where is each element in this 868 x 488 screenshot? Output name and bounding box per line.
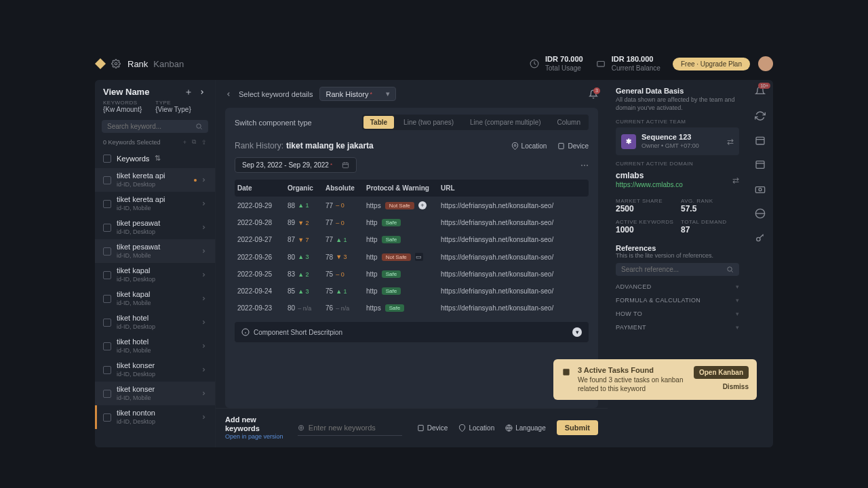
view-chip[interactable]: Line (two panes)	[397, 116, 460, 129]
keyword-checkbox[interactable]	[103, 200, 111, 208]
export-icon[interactable]: ⇪	[201, 139, 207, 146]
view-chip[interactable]: Line (compare multiple)	[463, 116, 548, 129]
svg-rect-17	[563, 369, 569, 375]
team-label: CURRENT ACTIVE TEAM	[616, 119, 739, 125]
keyword-item[interactable]: tiket hotelid-ID, Desktop	[95, 310, 215, 334]
info-icon	[241, 328, 250, 336]
keyword-checkbox[interactable]	[103, 176, 111, 184]
rank-history-dropdown[interactable]: Rank History* ▾	[319, 87, 395, 101]
svg-rect-12	[756, 161, 764, 169]
next-view-icon[interactable]	[197, 87, 207, 97]
kw-amount-label: KEYWORDS	[103, 100, 142, 106]
chevron-right-icon	[201, 201, 207, 207]
stat-item: AVG. RANK57.5	[681, 198, 739, 214]
keyword-item[interactable]: tiket konserid-ID, Desktop	[95, 358, 215, 382]
svg-point-4	[514, 144, 516, 146]
logo-icon	[95, 58, 106, 69]
location-option[interactable]: Location	[458, 424, 494, 432]
rail-calendar-icon[interactable]	[754, 134, 766, 146]
reference-item[interactable]: FORMULA & CALCULATION▾	[616, 293, 739, 307]
keyword-checkbox[interactable]	[103, 390, 111, 398]
search-icon	[195, 123, 203, 130]
rail-bell-icon[interactable]: 10+	[754, 85, 766, 98]
keyword-search[interactable]	[102, 120, 208, 133]
gear-icon[interactable]	[111, 59, 121, 68]
svg-rect-13	[755, 187, 764, 193]
keyword-checkbox[interactable]	[103, 247, 111, 256]
keyword-item[interactable]: tiket nontonid-ID, Desktop	[95, 405, 215, 429]
new-keyword-input[interactable]	[309, 424, 402, 432]
language-option[interactable]: Language	[505, 424, 546, 432]
device-option[interactable]: Device	[417, 424, 448, 432]
swap-icon[interactable]: ⇄	[727, 137, 734, 146]
plus-icon: ⊕	[298, 423, 304, 432]
keyword-checkbox[interactable]	[103, 319, 111, 327]
reference-item[interactable]: HOW TO▾	[616, 307, 739, 321]
rail-key-icon[interactable]	[754, 232, 766, 244]
add-keywords-link[interactable]: Open in page version	[225, 433, 284, 441]
reference-item[interactable]: ADVANCED▾	[616, 280, 739, 293]
keyword-checkbox[interactable]	[103, 295, 111, 303]
reference-search-input[interactable]	[621, 266, 726, 273]
domain-label: CURRENT ACTIVE DOMAIN	[616, 161, 739, 167]
swap-domain-icon[interactable]: ⇄	[732, 176, 739, 185]
domain-name: cmlabs	[616, 171, 683, 181]
notification-bell-icon[interactable]: 3	[589, 89, 598, 99]
location-button[interactable]: Location	[511, 142, 547, 150]
view-chip[interactable]: Column	[551, 116, 587, 129]
keyword-item[interactable]: tiket kereta apiid-ID, Mobile	[95, 192, 215, 216]
keyword-checkbox[interactable]	[103, 366, 111, 374]
sort-icon[interactable]: ⇅	[155, 154, 161, 163]
clipboard-icon[interactable]: ▭	[415, 253, 423, 261]
nav-rank[interactable]: Rank	[127, 59, 148, 69]
chevron-down-icon: ▾	[736, 297, 739, 304]
keyword-item[interactable]: tiket kapalid-ID, Mobile	[95, 287, 215, 310]
team-card[interactable]: ✱ Sequence 123 Owner • GMT +07:00 ⇄	[616, 127, 739, 155]
back-icon[interactable]	[225, 91, 232, 98]
keyword-item[interactable]: tiket kapalid-ID, Desktop	[95, 263, 215, 287]
view-chip[interactable]: Table	[363, 116, 394, 129]
keyword-item[interactable]: tiket pesawatid-ID, Mobile	[95, 239, 215, 263]
table-row: 2022-09-26 80▲ 3 78▼ 3 httpNot Safe▭ htt…	[235, 248, 589, 266]
chevron-right-icon	[201, 272, 207, 278]
upgrade-button[interactable]: Free · Upgrade Plan	[673, 58, 750, 70]
keyword-item[interactable]: tiket pesawatid-ID, Desktop	[95, 216, 215, 239]
status-dot	[194, 179, 197, 182]
keyword-checkbox[interactable]	[103, 413, 111, 422]
rail-window-icon[interactable]	[754, 159, 766, 171]
panel-title-value: tiket malang ke jakarta	[286, 141, 374, 150]
keyword-checkbox[interactable]	[103, 224, 111, 232]
expand-icon[interactable]: ▾	[572, 327, 582, 337]
domain-card[interactable]: cmlabs https://www.cmlabs.co ⇄	[616, 169, 739, 191]
more-icon[interactable]: ⋯	[580, 161, 589, 170]
keyword-item[interactable]: tiket hotelid-ID, Mobile	[95, 334, 215, 358]
reference-search[interactable]	[616, 263, 739, 276]
keyword-checkbox[interactable]	[103, 342, 111, 350]
keyword-checkbox[interactable]	[103, 271, 111, 279]
table-row: 2022-09-23 80– n/a 76– n/a httpsSafe htt…	[235, 300, 589, 317]
rail-camera-icon[interactable]	[754, 183, 766, 195]
select-all-checkbox[interactable]	[103, 155, 111, 163]
reference-item[interactable]: PAYMENT▾	[616, 321, 739, 334]
avatar[interactable]	[758, 56, 773, 71]
keyword-search-input[interactable]	[107, 123, 195, 130]
dismiss-button[interactable]: Dismiss	[723, 383, 749, 390]
stat-item: TOTAL DEMAND87	[681, 219, 739, 235]
panel-title-label: Rank History:	[235, 141, 283, 150]
rail-globe-icon[interactable]	[754, 207, 766, 220]
open-kanban-button[interactable]: Open Kanban	[694, 366, 749, 379]
add-warning-icon[interactable]: +	[418, 201, 427, 209]
add-icon[interactable]: +	[183, 139, 186, 146]
references-title: References	[616, 244, 739, 252]
rail-refresh-icon[interactable]	[754, 110, 766, 122]
nav-kanban[interactable]: Kanban	[153, 59, 184, 69]
keyword-item[interactable]: tiket konserid-ID, Mobile	[95, 382, 215, 405]
copy-icon[interactable]: ⧉	[192, 138, 196, 146]
submit-button[interactable]: Submit	[557, 420, 598, 435]
keyword-item[interactable]: tiket kereta apiid-ID, Desktop	[95, 168, 215, 192]
device-button[interactable]: Device	[557, 142, 589, 150]
component-description[interactable]: Component Short Descritpion ▾	[235, 322, 589, 342]
date-range-picker[interactable]: Sep 23, 2022 - Sep 29, 2022*	[235, 157, 357, 173]
add-view-icon[interactable]	[184, 87, 193, 97]
svg-point-3	[197, 124, 201, 128]
